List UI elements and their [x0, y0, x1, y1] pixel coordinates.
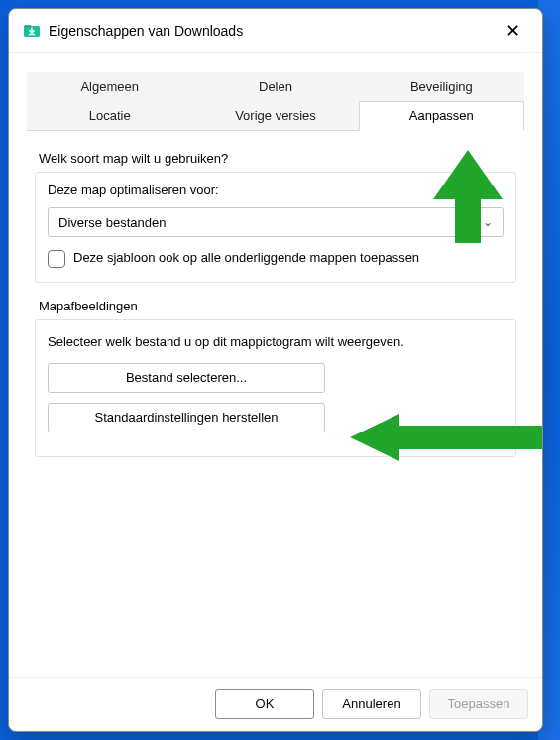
cancel-button[interactable]: Annuleren	[322, 689, 421, 719]
properties-window: Eigenschappen van Downloads ✕ Algemeen D…	[8, 8, 543, 732]
apply-subfolders-label: Deze sjabloon ook op alle onderliggende …	[73, 249, 419, 267]
tab-beveiliging[interactable]: Beveiliging	[359, 72, 524, 101]
apply-button: Toepassen	[429, 689, 528, 719]
close-button[interactable]: ✕	[493, 15, 532, 47]
ok-button[interactable]: OK	[215, 689, 314, 719]
folder-pictures-heading: Mapafbeeldingen	[39, 299, 516, 313]
tab-vorige-versies[interactable]: Vorige versies	[192, 101, 358, 130]
apply-subfolders-row: Deze sjabloon ook op alle onderliggende …	[48, 249, 504, 268]
content-area: Algemeen Delen Beveiliging Locatie Vorig…	[9, 53, 542, 677]
chevron-down-icon: ⌄	[483, 215, 493, 229]
optimize-for-value: Diverse bestanden	[58, 215, 166, 230]
titlebar: Eigenschappen van Downloads ✕	[9, 9, 542, 53]
tab-algemeen[interactable]: Algemeen	[27, 72, 192, 101]
window-title: Eigenschappen van Downloads	[49, 23, 493, 39]
tab-locatie[interactable]: Locatie	[27, 101, 192, 130]
restore-defaults-button[interactable]: Standaardinstellingen herstellen	[48, 403, 325, 432]
tab-panel-aanpassen: Welk soort map wilt u gebruiken? Deze ma…	[27, 131, 524, 667]
folder-pictures-instruction: Selecteer welk bestand u op dit mappicto…	[48, 334, 504, 349]
tab-aanpassen[interactable]: Aanpassen	[359, 101, 524, 131]
close-icon: ✕	[505, 22, 520, 40]
folder-kind-heading: Welk soort map wilt u gebruiken?	[39, 151, 516, 166]
tab-delen[interactable]: Delen	[192, 72, 358, 101]
choose-file-button[interactable]: Bestand selecteren...	[48, 363, 325, 393]
apply-subfolders-checkbox[interactable]	[48, 250, 65, 268]
folder-kind-group: Deze map optimaliseren voor: Diverse bes…	[35, 172, 516, 283]
dialog-footer: OK Annuleren Toepassen	[9, 677, 542, 731]
folder-pictures-group: Selecteer welk bestand u op dit mappicto…	[35, 319, 516, 457]
optimize-for-combo[interactable]: Diverse bestanden ⌄	[48, 207, 504, 237]
optimize-for-label: Deze map optimaliseren voor:	[48, 183, 504, 197]
tabs: Algemeen Delen Beveiliging Locatie Vorig…	[27, 72, 524, 131]
download-folder-icon	[23, 22, 41, 40]
